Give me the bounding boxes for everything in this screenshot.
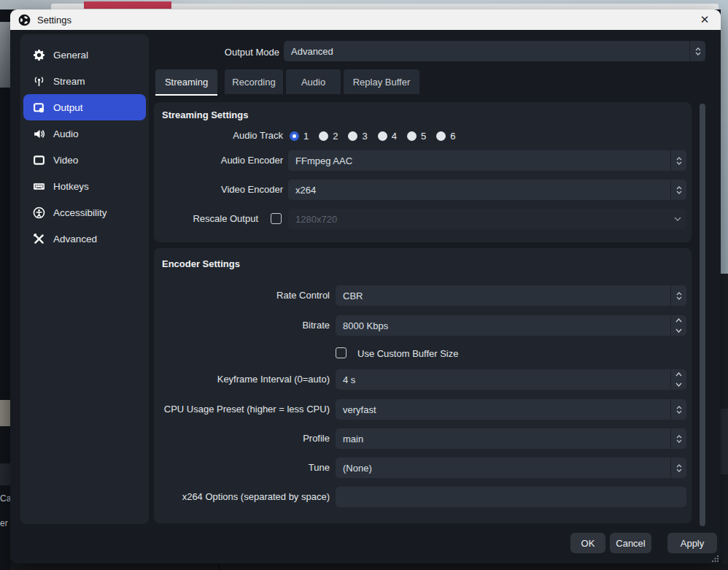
audio-track-option-label: 5 — [421, 131, 426, 142]
tab-audio[interactable]: Audio — [286, 69, 341, 94]
cpu-preset-label: CPU Usage Preset (higher = less CPU) — [154, 399, 330, 420]
output-mode-select[interactable]: Advanced — [284, 41, 705, 61]
bitrate-label: Bitrate — [154, 315, 330, 336]
keyframe-interval-spinbox[interactable]: 4 s — [336, 369, 686, 390]
sidebar-item-output[interactable]: Output — [23, 94, 146, 120]
audio-track-option-label: 2 — [333, 131, 338, 142]
close-button[interactable]: ✕ — [689, 9, 721, 30]
audio-track-label: Audio Track — [154, 126, 283, 146]
audio-encoder-value: FFmpeg AAC — [288, 155, 670, 166]
x264-options-label: x264 Options (separated by space) — [154, 487, 330, 507]
tab-streaming[interactable]: Streaming — [155, 69, 217, 94]
sidebar-item-audio[interactable]: Audio — [23, 120, 146, 147]
background-right-sky — [721, 9, 728, 274]
chevron-updown-icon[interactable] — [689, 41, 705, 61]
display-output-icon — [33, 101, 45, 114]
sidebar-item-stream[interactable]: Stream — [23, 68, 146, 94]
section-title: Encoder Settings — [162, 258, 240, 269]
rate-control-value: CBR — [336, 290, 670, 301]
encoder-settings-panel: Encoder Settings Rate Control CBR Bitrat… — [154, 248, 692, 523]
sidebar-item-label: Audio — [53, 128, 79, 139]
audio-track-radio-group: 123456 — [290, 131, 465, 142]
keyframe-interval-label: Keyframe Interval (0=auto) — [154, 369, 330, 390]
sidebar-item-label: Stream — [53, 76, 85, 87]
tune-label: Tune — [154, 458, 330, 478]
profile-label: Profile — [154, 428, 330, 449]
audio-track-radio-1[interactable] — [290, 131, 299, 141]
background-thumbnail — [0, 22, 10, 88]
audio-encoder-label: Audio Encoder — [154, 150, 283, 171]
gear-icon — [33, 49, 45, 61]
background-bottom-strip — [10, 563, 728, 570]
resize-grip[interactable] — [711, 555, 719, 562]
tab-replay-buffer[interactable]: Replay Buffer — [344, 69, 419, 94]
bitrate-spinbox[interactable]: 8000 Kbps — [336, 315, 686, 336]
spinbox-arrows-icon[interactable] — [670, 315, 686, 336]
cpu-preset-select[interactable]: veryfast — [336, 399, 686, 420]
sidebar-item-advanced[interactable]: Advanced — [23, 226, 146, 252]
keyboard-icon — [33, 180, 45, 193]
sidebar-item-label: General — [53, 50, 88, 61]
background-divider — [219, 563, 220, 570]
audio-track-radio-6[interactable] — [436, 131, 446, 141]
chevron-updown-icon[interactable] — [670, 458, 686, 478]
profile-value: main — [336, 434, 670, 444]
background-text-fragment: er — [0, 518, 8, 528]
audio-encoder-select[interactable]: FFmpeg AAC — [288, 150, 686, 171]
output-mode-value: Advanced — [284, 46, 689, 57]
rate-control-label: Rate Control — [154, 285, 330, 306]
audio-track-option-label: 6 — [450, 131, 455, 142]
spinbox-arrows-icon[interactable] — [670, 369, 686, 390]
audio-track-option-label: 1 — [303, 131, 309, 142]
apply-button[interactable]: Apply — [667, 533, 717, 553]
settings-dialog: Settings ✕ GeneralStreamOutputAudioVideo… — [10, 9, 721, 563]
profile-select[interactable]: main — [336, 428, 686, 449]
section-title: Streaming Settings — [162, 109, 248, 120]
speaker-icon — [33, 128, 45, 140]
accessibility-icon — [33, 207, 45, 219]
use-custom-buffer-checkbox[interactable] — [336, 347, 346, 358]
chevron-updown-icon[interactable] — [670, 150, 686, 171]
rescale-resolution-value: 1280x720 — [288, 214, 669, 225]
audio-track-radio-4[interactable] — [378, 131, 387, 141]
background-thumbnail — [0, 400, 10, 426]
obs-logo-icon — [18, 14, 31, 26]
sidebar-item-label: Hotkeys — [53, 181, 89, 192]
rescale-output-checkbox[interactable] — [271, 213, 282, 224]
chevron-updown-icon[interactable] — [670, 285, 686, 306]
broadcast-icon — [33, 75, 45, 88]
sidebar-item-video[interactable]: Video — [23, 147, 146, 173]
chevron-updown-icon[interactable] — [670, 399, 686, 420]
tune-value: (None) — [336, 463, 670, 474]
vertical-scrollbar[interactable] — [700, 104, 705, 526]
tune-select[interactable]: (None) — [336, 458, 686, 478]
rescale-resolution-combo: 1280x720 — [288, 209, 686, 229]
ok-button[interactable]: OK — [570, 533, 605, 553]
rate-control-select[interactable]: CBR — [336, 285, 686, 306]
video-encoder-select[interactable]: x264 — [288, 180, 686, 200]
streaming-settings-panel: Streaming Settings Audio Track 123456 Au… — [154, 102, 692, 242]
bitrate-value: 8000 Kbps — [336, 320, 670, 331]
audio-track-radio-2[interactable] — [319, 131, 328, 141]
audio-track-option-label: 4 — [392, 131, 397, 142]
chevron-down-icon — [669, 209, 686, 229]
settings-sidebar: GeneralStreamOutputAudioVideoHotkeysAcce… — [20, 34, 149, 524]
sidebar-item-hotkeys[interactable]: Hotkeys — [23, 173, 146, 199]
chevron-updown-icon[interactable] — [670, 428, 686, 449]
cancel-button[interactable]: Cancel — [610, 533, 651, 553]
sidebar-item-accessibility[interactable]: Accessibility — [23, 199, 146, 226]
chevron-updown-icon[interactable] — [670, 180, 686, 200]
audio-track-radio-3[interactable] — [348, 131, 357, 141]
background-red-accent — [84, 1, 171, 9]
dialog-title: Settings — [37, 15, 71, 26]
x264-options-input[interactable] — [336, 487, 686, 507]
video-encoder-value: x264 — [288, 185, 670, 196]
video-encoder-label: Video Encoder — [154, 180, 283, 200]
rescale-output-label: Rescale Output — [154, 209, 258, 229]
dialog-titlebar[interactable]: Settings ✕ — [10, 9, 721, 30]
sidebar-item-general[interactable]: General — [23, 42, 146, 68]
audio-track-radio-5[interactable] — [407, 131, 417, 141]
background-right-panel — [721, 409, 728, 474]
tab-recording[interactable]: Recording — [225, 69, 283, 94]
tools-icon — [33, 233, 45, 245]
